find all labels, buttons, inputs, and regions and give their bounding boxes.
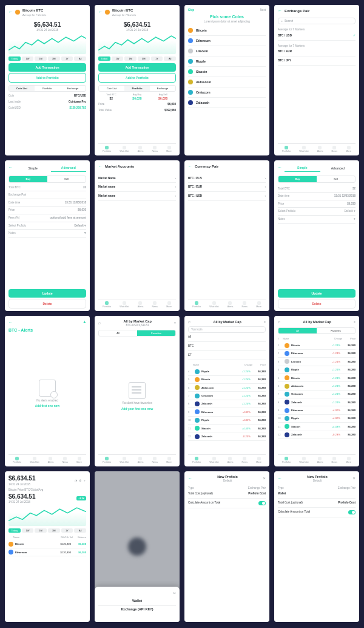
- form-field[interactable]: Select ProfioloDefault ▾: [8, 222, 86, 230]
- nav-item[interactable]: More: [166, 146, 172, 153]
- nav-item[interactable]: Portfolio: [13, 457, 21, 464]
- search-result[interactable]: ET: [188, 351, 266, 360]
- tab-advanced[interactable]: Advanced: [320, 165, 356, 172]
- add-portfolio-button[interactable]: Add to Portfolio: [98, 73, 176, 83]
- period-tabs[interactable]: Today1W1M3M1YAll: [8, 528, 86, 533]
- market-row[interactable]: 2Ethereum-1.24%$6,280: [278, 350, 356, 358]
- nav-item[interactable]: Watchlist: [299, 457, 308, 464]
- form-field[interactable]: Price$6,030: [8, 206, 86, 214]
- period-tab[interactable]: 1M: [35, 528, 47, 533]
- bottom-nav[interactable]: PortfolioWatchlistAlertsNewsMore: [98, 454, 176, 464]
- bottom-nav[interactable]: PortfolioWatchlistAlertsNewsMore: [98, 143, 176, 153]
- add-alert-link[interactable]: Add first one now: [35, 404, 60, 408]
- list-item[interactable]: BTC / USD›: [188, 192, 266, 201]
- tab-simple[interactable]: Simple: [15, 165, 51, 172]
- period-tab[interactable]: 3M: [138, 56, 150, 61]
- coin-row[interactable]: Aidoscoin: [188, 77, 266, 87]
- nav-item[interactable]: Portfolio: [282, 457, 291, 464]
- add-transaction-button[interactable]: Add Transaction: [8, 63, 86, 72]
- form-field[interactable]: Date time13:31 12/03/2018: [8, 199, 86, 207]
- nav-item[interactable]: Portfolio: [103, 457, 111, 464]
- period-tabs[interactable]: Today1W1M3M1YAll: [8, 56, 86, 61]
- nav-item[interactable]: News: [152, 457, 158, 464]
- row-calc-toggle[interactable]: Calculate Amount on Total: [278, 508, 356, 517]
- nav-item[interactable]: Alerts: [317, 457, 323, 464]
- sheet-option-exchange[interactable]: Exchange (API KEY): [98, 607, 176, 612]
- market-row[interactable]: 4Ripple+1.24%$6,280: [278, 366, 356, 374]
- nav-item[interactable]: Portfolio: [192, 301, 201, 309]
- period-tab[interactable]: 1W: [112, 56, 124, 61]
- back-icon[interactable]: ←: [98, 164, 103, 169]
- row-wallet[interactable]: Wallet: [278, 490, 356, 499]
- filter-icon[interactable]: ≡: [264, 321, 266, 324]
- coin-row[interactable]: Ethereum: [188, 36, 266, 46]
- market-row[interactable]: 10Ripple-4.32%$6,280: [278, 415, 356, 423]
- period-tab[interactable]: All: [164, 56, 176, 61]
- toggle-switch[interactable]: [258, 501, 266, 505]
- seg-tab[interactable]: Coin List: [9, 86, 35, 91]
- market-row[interactable]: 9Ethereum-4.32%$6,280: [188, 408, 266, 416]
- nav-item[interactable]: Watchlist: [209, 457, 218, 464]
- nav-item[interactable]: News: [152, 301, 158, 309]
- back-icon[interactable]: ←: [8, 320, 13, 326]
- seg-tab[interactable]: Exchange: [150, 86, 175, 91]
- search-result[interactable]: All: [188, 333, 266, 342]
- market-row[interactable]: 6Aidoscoin+1.24%$6,280: [188, 384, 266, 392]
- row-total-cost[interactable]: Total Cost (optional)Profiolo Cost: [278, 499, 356, 508]
- row-total-cost[interactable]: Total Cost (optional)Profiolo Cost: [188, 490, 266, 499]
- market-row[interactable]: 8Zalacash+1.24%$6,280: [278, 398, 356, 406]
- skip-button[interactable]: Skip: [188, 9, 194, 12]
- toggle-switch[interactable]: [348, 510, 356, 514]
- list-item[interactable]: Market name›: [98, 183, 176, 192]
- coin-row[interactable]: Ripple: [188, 56, 266, 67]
- back-icon[interactable]: ←: [278, 165, 282, 171]
- nav-item[interactable]: Watchlist: [120, 301, 129, 309]
- nav-item[interactable]: More: [346, 457, 351, 464]
- back-icon[interactable]: ←: [188, 164, 192, 169]
- market-row[interactable]: 6Aidoscoin+1.24%$6,280: [278, 382, 356, 390]
- period-tabs[interactable]: Today1W1M3M1YAll: [98, 56, 176, 61]
- seg-tab[interactable]: Portfolio: [35, 86, 60, 91]
- nav-item[interactable]: Alerts: [138, 457, 144, 464]
- market-row[interactable]: 12Zalacash-0.23%$6,280: [278, 431, 356, 439]
- market-row[interactable]: 9Ethereum-4.32%$6,280: [278, 406, 356, 414]
- market-row[interactable]: 7Omiacom+1.24%$6,280: [278, 391, 356, 398]
- add-icon[interactable]: ＋: [83, 479, 86, 482]
- market-row[interactable]: 1Bitcoin+1.24%$6,280: [278, 341, 356, 349]
- nav-item[interactable]: News: [152, 146, 158, 153]
- bottom-nav[interactable]: PortfolioWatchlistAlertsNewsMore: [8, 454, 86, 464]
- nav-item[interactable]: News: [62, 457, 69, 464]
- pair-option[interactable]: BTC / JPY: [278, 56, 356, 66]
- add-transaction-button[interactable]: Add Transaction: [98, 63, 176, 72]
- close-icon[interactable]: ×: [263, 476, 266, 482]
- pair-option[interactable]: BTC / EUR: [278, 47, 356, 56]
- update-button[interactable]: Update: [278, 289, 356, 298]
- nav-item[interactable]: Watchlist: [120, 146, 129, 153]
- nav-item[interactable]: Alerts: [317, 146, 323, 153]
- filter-icon[interactable]: ≡: [174, 321, 176, 325]
- filter-icon[interactable]: ≡: [354, 321, 356, 324]
- bottom-nav[interactable]: PortfolioWatchlistAlertsNewsMore: [98, 299, 176, 309]
- nav-item[interactable]: More: [346, 146, 351, 153]
- pie-icon[interactable]: ◔: [75, 479, 77, 482]
- nav-item[interactable]: Watchlist: [120, 457, 129, 464]
- search-input[interactable]: Search: [278, 18, 356, 25]
- period-tab[interactable]: 1W: [22, 56, 34, 61]
- period-tab[interactable]: 1W: [22, 528, 34, 533]
- back-icon[interactable]: ←: [8, 165, 13, 171]
- form-field[interactable]: Notes▾: [8, 230, 86, 237]
- nav-item[interactable]: Alerts: [138, 301, 144, 309]
- period-tab[interactable]: 1Y: [61, 528, 73, 533]
- back-icon[interactable]: ←: [278, 476, 282, 482]
- coin-row[interactable]: Siacoin: [188, 67, 266, 77]
- close-icon[interactable]: ×: [173, 590, 176, 596]
- market-row[interactable]: 10Ripple-4.32%$6,280: [188, 417, 266, 425]
- tab-advanced[interactable]: Advanced: [51, 164, 87, 172]
- add-fav-link[interactable]: Add your first one now: [121, 408, 153, 411]
- nav-item[interactable]: Portfolio: [103, 146, 111, 153]
- nav-item[interactable]: More: [76, 457, 82, 464]
- market-row[interactable]: 5Bitcoin+1.24%$6,280: [278, 374, 356, 382]
- coin-row[interactable]: Omiacom: [188, 87, 266, 98]
- period-tab[interactable]: Today: [8, 56, 21, 61]
- seg-tab[interactable]: Exchange: [60, 86, 86, 91]
